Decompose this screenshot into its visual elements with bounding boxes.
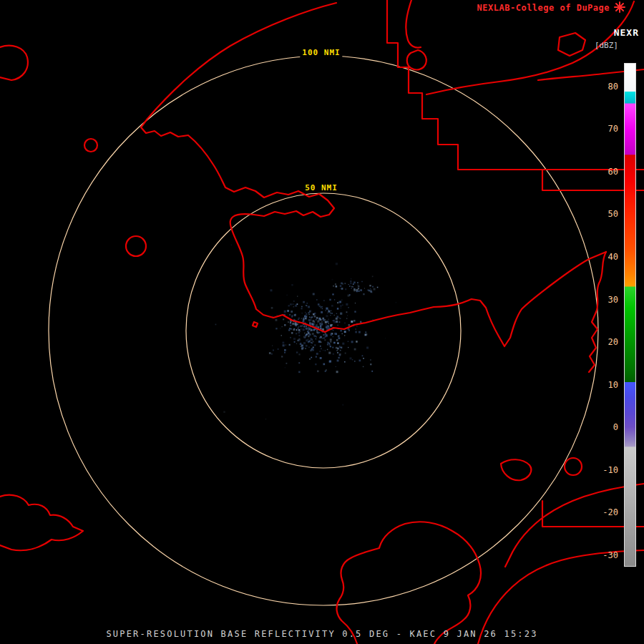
status-caption: SUPER-RESOLUTION BASE REFLECTIVITY 0.5 D… xyxy=(0,629,644,639)
colorbar-tick-label: 50 xyxy=(592,208,618,220)
colorbar-tick-label: 40 xyxy=(592,251,618,263)
coastline-path xyxy=(406,0,421,48)
radar-echoes xyxy=(215,245,397,420)
coastline-path xyxy=(505,484,644,567)
colorbar-tick-label: 30 xyxy=(592,294,618,306)
radar-viewer: 100 NMI 50 NMI NEXLAB-College of DuPage … xyxy=(0,0,644,644)
colorbar-tick-label: 70 xyxy=(592,123,618,135)
island-outline xyxy=(558,33,585,56)
island-outline xyxy=(126,236,146,256)
colorbar-tick-label: 0 xyxy=(592,421,618,433)
product-code-label: NEXR xyxy=(614,27,639,38)
colorbar-tick-label: -30 xyxy=(592,550,618,561)
coastline-path xyxy=(0,46,28,80)
range-ring-label-50nmi: 50 NMI xyxy=(303,183,340,192)
cod-logo-icon xyxy=(614,1,625,13)
range-ring-label-100nmi: 100 NMI xyxy=(300,48,342,57)
colorbar-tick-label: 20 xyxy=(592,336,618,348)
colorbar-tick-label: 10 xyxy=(592,379,618,391)
island-outline xyxy=(565,458,582,475)
colorbar-ticks: 80706050403020100-10-20-30 xyxy=(592,63,621,567)
colorbar-gradient xyxy=(624,63,636,567)
coastline-path xyxy=(337,522,482,644)
radar-display xyxy=(0,0,644,644)
island-outline xyxy=(84,139,97,152)
brand-title: NEXLAB-College of DuPage xyxy=(477,3,610,13)
island-outline xyxy=(253,322,258,327)
colorbar-units-label: [dBZ] xyxy=(595,41,618,50)
island-outline xyxy=(501,459,531,480)
coastline-path xyxy=(141,3,606,346)
colorbar-tick-label: -20 xyxy=(592,507,618,518)
colorbar-tick-label: 60 xyxy=(592,166,618,177)
colorbar-tick-label: 80 xyxy=(592,81,618,92)
coastline-path xyxy=(407,50,426,69)
colorbar-tick-label: -10 xyxy=(592,464,618,476)
coastline-path xyxy=(0,495,83,551)
